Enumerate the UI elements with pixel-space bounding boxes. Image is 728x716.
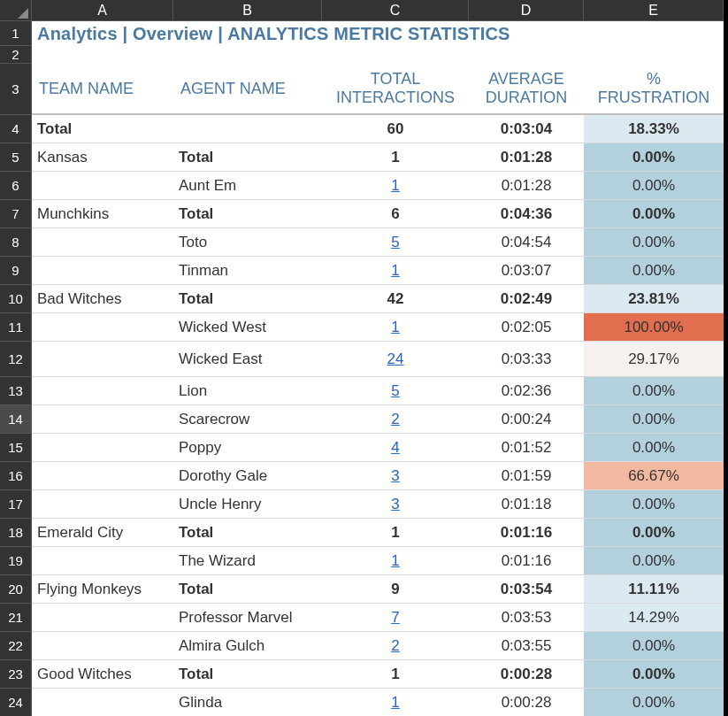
- row-header-23[interactable]: 23: [0, 660, 32, 689]
- cell-team[interactable]: Flying Monkeys: [32, 575, 173, 604]
- blank-cell[interactable]: [469, 46, 584, 64]
- column-header-E[interactable]: E: [584, 0, 724, 21]
- cell-duration[interactable]: 0:01:16: [469, 519, 584, 547]
- cell-team[interactable]: [32, 228, 173, 257]
- cell-interactions[interactable]: 1: [322, 143, 469, 172]
- cell-duration[interactable]: 0:01:18: [469, 490, 584, 519]
- row-header-24[interactable]: 24: [0, 689, 32, 716]
- row-header-17[interactable]: 17: [0, 490, 32, 519]
- cell-frustration[interactable]: 0.00%: [584, 519, 724, 547]
- column-header-A[interactable]: A: [32, 0, 173, 21]
- cell-agent[interactable]: Uncle Henry: [173, 490, 322, 519]
- cell-team[interactable]: [32, 313, 173, 342]
- row-header-6[interactable]: 6: [0, 172, 32, 200]
- interactions-link[interactable]: 2: [322, 405, 469, 434]
- cell-team[interactable]: [32, 172, 173, 200]
- cell-agent[interactable]: Wicked East: [173, 342, 322, 377]
- cell-agent[interactable]: Lion: [173, 377, 322, 405]
- interactions-link[interactable]: 24: [322, 342, 469, 377]
- cell-frustration[interactable]: 0.00%: [584, 228, 724, 257]
- cell-frustration[interactable]: 100.00%: [584, 313, 724, 342]
- row-header-4[interactable]: 4: [0, 115, 32, 143]
- cell-duration[interactable]: 0:02:49: [469, 285, 584, 313]
- interactions-link[interactable]: 4: [322, 434, 469, 462]
- cell-team[interactable]: [32, 689, 173, 716]
- header-team[interactable]: TEAM NAME: [32, 64, 173, 115]
- cell-duration[interactable]: 0:01:28: [469, 143, 584, 172]
- interactions-link[interactable]: 1: [322, 689, 469, 716]
- cell-duration[interactable]: 0:00:28: [469, 660, 584, 689]
- cell-team[interactable]: [32, 257, 173, 285]
- cell-agent[interactable]: Scarecrow: [173, 405, 322, 434]
- cell-frustration[interactable]: 0.00%: [584, 143, 724, 172]
- row-header-8[interactable]: 8: [0, 228, 32, 257]
- cell-team[interactable]: Good Witches: [32, 660, 173, 689]
- cell-duration[interactable]: 0:03:07: [469, 257, 584, 285]
- cell-interactions[interactable]: 1: [322, 660, 469, 689]
- cell-duration[interactable]: 0:03:04: [469, 115, 584, 143]
- cell-frustration[interactable]: 0.00%: [584, 434, 724, 462]
- cell-interactions[interactable]: 1: [322, 519, 469, 547]
- header-frustration[interactable]: % FRUSTRATION: [584, 64, 724, 115]
- interactions-link[interactable]: 1: [322, 172, 469, 200]
- cell-duration[interactable]: 0:01:16: [469, 547, 584, 575]
- row-header-3[interactable]: 3: [0, 64, 32, 115]
- header-agent[interactable]: AGENT NAME: [173, 64, 322, 115]
- cell-agent[interactable]: Tinman: [173, 257, 322, 285]
- cell-team[interactable]: [32, 547, 173, 575]
- cell-agent[interactable]: Total: [173, 143, 322, 172]
- row-header-13[interactable]: 13: [0, 377, 32, 405]
- row-header-15[interactable]: 15: [0, 434, 32, 462]
- cell-duration[interactable]: 0:02:05: [469, 313, 584, 342]
- cell-agent[interactable]: Total: [173, 519, 322, 547]
- blank-cell[interactable]: [322, 46, 469, 64]
- cell-interactions[interactable]: 9: [322, 575, 469, 604]
- row-header-20[interactable]: 20: [0, 575, 32, 604]
- cell-frustration[interactable]: 0.00%: [584, 632, 724, 660]
- cell-duration[interactable]: 0:03:53: [469, 604, 584, 632]
- row-header-5[interactable]: 5: [0, 143, 32, 172]
- row-header-12[interactable]: 12: [0, 342, 32, 377]
- cell-duration[interactable]: 0:00:28: [469, 689, 584, 716]
- row-header-16[interactable]: 16: [0, 462, 32, 490]
- cell-agent[interactable]: Dorothy Gale: [173, 462, 322, 490]
- cell-frustration[interactable]: 23.81%: [584, 285, 724, 313]
- cell-interactions[interactable]: 6: [322, 200, 469, 228]
- cell-team[interactable]: Total: [32, 115, 173, 143]
- interactions-link[interactable]: 5: [322, 228, 469, 257]
- row-header-18[interactable]: 18: [0, 519, 32, 547]
- cell-agent[interactable]: Total: [173, 285, 322, 313]
- header-interactions[interactable]: TOTAL INTERACTIONS: [322, 64, 469, 115]
- row-header-14[interactable]: 14: [0, 405, 32, 434]
- blank-cell[interactable]: [32, 46, 173, 64]
- interactions-link[interactable]: 7: [322, 604, 469, 632]
- cell-team[interactable]: Munchkins: [32, 200, 173, 228]
- cell-frustration[interactable]: 0.00%: [584, 405, 724, 434]
- cell-duration[interactable]: 0:01:52: [469, 434, 584, 462]
- row-header-21[interactable]: 21: [0, 604, 32, 632]
- cell-duration[interactable]: 0:02:36: [469, 377, 584, 405]
- cell-team[interactable]: [32, 604, 173, 632]
- cell-team[interactable]: Kansas: [32, 143, 173, 172]
- cell-frustration[interactable]: 0.00%: [584, 660, 724, 689]
- cell-agent[interactable]: Almira Gulch: [173, 632, 322, 660]
- cell-team[interactable]: [32, 342, 173, 377]
- cell-agent[interactable]: Toto: [173, 228, 322, 257]
- cell-duration[interactable]: 0:01:28: [469, 172, 584, 200]
- row-header-10[interactable]: 10: [0, 285, 32, 313]
- cell-agent[interactable]: The Wizard: [173, 547, 322, 575]
- cell-frustration[interactable]: 0.00%: [584, 547, 724, 575]
- cell-frustration[interactable]: 18.33%: [584, 115, 724, 143]
- interactions-link[interactable]: 2: [322, 632, 469, 660]
- interactions-link[interactable]: 1: [322, 547, 469, 575]
- cell-agent[interactable]: Glinda: [173, 689, 322, 716]
- cell-frustration[interactable]: 0.00%: [584, 257, 724, 285]
- row-header-19[interactable]: 19: [0, 547, 32, 575]
- cell-team[interactable]: [32, 632, 173, 660]
- cell-team[interactable]: Emerald City: [32, 519, 173, 547]
- cell-frustration[interactable]: 0.00%: [584, 377, 724, 405]
- cell-duration[interactable]: 0:03:55: [469, 632, 584, 660]
- cell-team[interactable]: [32, 405, 173, 434]
- cell-duration[interactable]: 0:04:36: [469, 200, 584, 228]
- cell-agent[interactable]: Aunt Em: [173, 172, 322, 200]
